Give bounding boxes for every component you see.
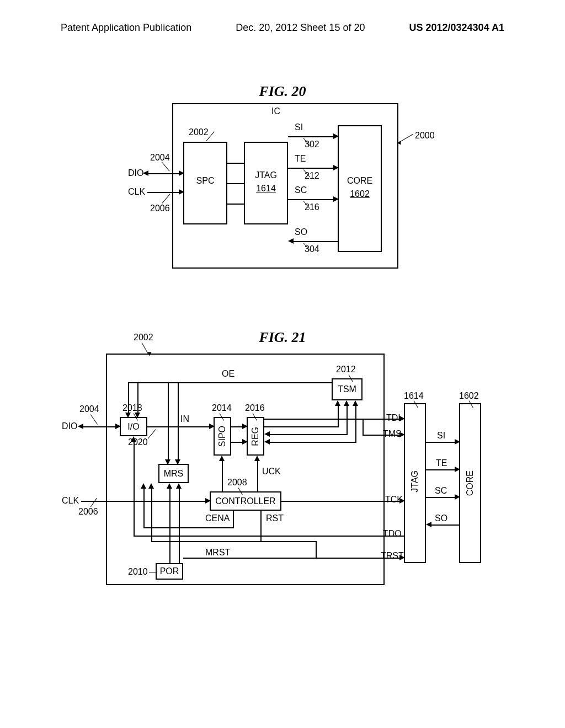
sipo-label: SIPO [217, 426, 227, 447]
te21-a [455, 467, 460, 472]
sc-label: SC [295, 185, 307, 195]
fig21-diagram: 2002 JTAG 1614 CORE 1602 TSM 2012 I/O 20… [62, 331, 503, 596]
so21-l [430, 524, 459, 526]
si21: SI [437, 431, 445, 441]
jtag-ref: 1614 [245, 184, 287, 194]
tck-h [281, 501, 400, 502]
por-leader [149, 572, 157, 572]
tsm-box: TSM [332, 378, 363, 400]
por-up1a [167, 483, 172, 489]
te-ref: 212 [305, 171, 319, 181]
reg-tsm-h1 [264, 426, 339, 427]
outer-ref: 2002 [134, 333, 153, 342]
trst-label: TRST [381, 551, 404, 561]
dio-arrr21 [115, 424, 121, 429]
reg-tsm-v1 [338, 405, 339, 426]
sr-a1 [242, 424, 248, 429]
tms-label: TMS [383, 429, 402, 439]
clk-leader21 [90, 498, 97, 507]
uck-label: UCK [262, 467, 281, 477]
sc21-a [455, 494, 460, 500]
clk-ref21: 2006 [78, 507, 98, 517]
tsm-mrs1 [168, 382, 169, 459]
core-ref21: 1602 [459, 391, 479, 401]
so-label: SO [295, 227, 307, 237]
cena-label: CENA [205, 513, 230, 523]
dio-label: DIO [128, 168, 143, 178]
core-box21: CORE [459, 403, 481, 563]
ic-ref: 2000 [415, 131, 435, 141]
dio-ref21: 2004 [79, 404, 99, 414]
core-label: CORE [339, 176, 381, 186]
spc-ref: 2002 [189, 127, 209, 137]
ctl-sipo-a [219, 456, 225, 461]
sr-l1 [231, 426, 242, 427]
te-arr [333, 165, 339, 170]
dio-leader [162, 162, 170, 171]
clk-arr21 [205, 498, 211, 504]
mrst-label: MRST [205, 548, 230, 558]
reg-box: REG [247, 417, 264, 456]
tsm-io2a [135, 413, 140, 418]
jtag-box: JTAG 1614 [244, 142, 288, 224]
dio-ref: 2004 [150, 153, 170, 163]
so21: SO [435, 513, 447, 523]
tsm-label: TSM [338, 384, 356, 394]
si21-a [455, 439, 460, 445]
sc-arr [333, 196, 339, 202]
uck-v [257, 460, 258, 491]
fig20-diagram: IC SPC JTAG 1614 CORE 1602 2002 DIO 2004… [128, 103, 437, 285]
core-ref: 1602 [339, 189, 381, 199]
reg-tsm-a3 [353, 400, 358, 406]
sc21-l [426, 497, 455, 498]
jtag-label: JTAG [245, 170, 287, 180]
tdi-label: TDI [386, 413, 401, 423]
reg-tsm-h3a [264, 439, 270, 445]
si-line [288, 136, 333, 137]
mrst-vr [316, 541, 317, 558]
sr-l2 [231, 442, 242, 443]
mrs-box: MRS [158, 464, 189, 483]
tsm-mrs1a [165, 459, 170, 465]
dio-arrow-l [143, 170, 148, 176]
tsm-mrs2 [178, 382, 179, 459]
clk-arrow [179, 189, 184, 195]
trst-h [183, 558, 400, 559]
dio-arrl21 [78, 424, 83, 429]
so-ref: 304 [305, 244, 319, 254]
in-arr [209, 424, 215, 429]
sipo-box: SIPO [214, 417, 231, 456]
si-label: SI [295, 122, 303, 132]
pub-number: US 2012/0324304 A1 [409, 22, 504, 34]
jtag-box21: JTAG [404, 403, 426, 563]
clk-line [147, 192, 179, 193]
cena-v [233, 511, 234, 527]
io-ref: 2018 [122, 403, 142, 413]
tms-v [363, 419, 364, 435]
por-up2a [176, 483, 182, 489]
uck-a [254, 456, 260, 461]
tdo-h [134, 536, 404, 537]
oe-hline [128, 382, 332, 383]
sj-l2 [227, 183, 244, 184]
io-box: I/O [120, 417, 147, 436]
reg-tsm-h3 [269, 442, 356, 443]
dio-label21: DIO [62, 421, 77, 431]
mrst-h [151, 541, 317, 542]
por-label: POR [160, 566, 179, 576]
sc-ref: 216 [305, 202, 319, 212]
dio-arrow-r [179, 170, 184, 176]
dio-line [147, 173, 183, 174]
tsm-io2 [137, 382, 138, 413]
sj-l1 [227, 163, 244, 164]
mrs-label: MRS [164, 469, 184, 479]
sj-l3 [227, 204, 244, 205]
clk-leader [162, 194, 170, 203]
so21-a [426, 522, 431, 527]
por-up1 [169, 488, 170, 563]
jtag-label21: JTAG [410, 470, 420, 493]
por-box: POR [156, 563, 183, 580]
clk-ref: 2006 [150, 204, 170, 213]
tdo-label: TDO [383, 529, 402, 539]
si21-l [426, 442, 455, 443]
